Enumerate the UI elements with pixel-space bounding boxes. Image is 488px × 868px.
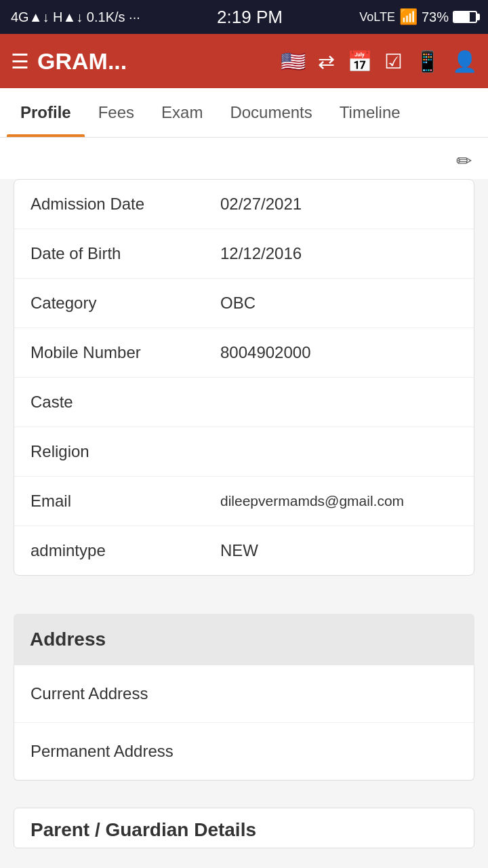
category-row: Category OBC [14,279,474,328]
tab-documents[interactable]: Documents [216,88,325,137]
address-section: Address Current Address Permanent Addres… [14,614,474,781]
calendar-icon[interactable]: 📅 [347,50,372,73]
current-address-row: Current Address [14,665,474,723]
profile-info-card: Admission Date 02/27/2021 Date of Birth … [14,179,474,576]
permanent-address-row: Permanent Address [14,723,474,780]
admission-date-label: Admission Date [30,195,220,214]
status-right: VoLTE 📶 73% [359,8,477,26]
battery-icon [453,11,477,23]
app-title: GRAM... [37,48,272,75]
tab-exam[interactable]: Exam [148,88,216,137]
admission-date-row: Admission Date 02/27/2021 [14,180,474,229]
status-left: 4G▲↓ H▲↓ 0.1K/s ··· [11,9,140,25]
admintype-label: admintype [30,541,220,560]
transfer-icon[interactable]: ⇄ [318,50,335,73]
edit-icon[interactable]: ✏ [456,150,472,172]
navbar-icons: 🇺🇸 ⇄ 📅 ☑ 📱 👤 [281,50,477,73]
email-row: Email dileepvermamds@gmail.com [14,477,474,526]
tab-timeline[interactable]: Timeline [326,88,414,137]
checklist-icon[interactable]: ☑ [384,50,403,73]
wifi-icon: 📶 [399,8,418,26]
dob-value: 12/12/2016 [220,244,458,263]
spacer [0,589,488,600]
email-label: Email [30,492,220,511]
tabs-bar: Profile Fees Exam Documents Timeline [0,88,488,138]
spacer2 [0,781,488,794]
network-info: 4G▲↓ H▲↓ 0.1K/s ··· [11,9,140,25]
caste-row: Caste [14,378,474,427]
volte-icon: VoLTE [359,10,395,24]
category-value: OBC [220,294,458,313]
battery-percent: 73% [422,9,449,25]
email-value: dileepvermamds@gmail.com [220,493,458,509]
mobile-row: Mobile Number 8004902000 [14,328,474,378]
religion-label: Religion [30,442,220,461]
whatsapp-icon[interactable]: 📱 [415,50,440,73]
mobile-label: Mobile Number [30,343,220,362]
address-card: Current Address Permanent Address [14,665,474,781]
admintype-row: admintype NEW [14,526,474,575]
edit-row: ✏ [0,138,488,179]
flag-icon[interactable]: 🇺🇸 [281,50,306,73]
user-avatar-icon[interactable]: 👤 [452,50,477,73]
address-header: Address [14,614,474,665]
navbar: ☰ GRAM... 🇺🇸 ⇄ 📅 ☑ 📱 👤 [0,34,488,88]
menu-icon[interactable]: ☰ [11,50,29,73]
status-bar: 4G▲↓ H▲↓ 0.1K/s ··· 2:19 PM VoLTE 📶 73% [0,0,488,34]
dob-row: Date of Birth 12/12/2016 [14,229,474,279]
dob-label: Date of Birth [30,244,220,263]
parent-section-title: Parent / Guardian Details [30,819,256,841]
mobile-value: 8004902000 [220,343,458,362]
admintype-value: NEW [220,541,458,560]
religion-row: Religion [14,427,474,477]
tab-fees[interactable]: Fees [85,88,148,137]
tab-profile[interactable]: Profile [7,88,85,137]
caste-label: Caste [30,393,220,412]
status-time: 2:19 PM [217,7,283,28]
admission-date-value: 02/27/2021 [220,195,458,214]
category-label: Category [30,294,220,313]
parent-section-partial: Parent / Guardian Details [14,808,474,848]
